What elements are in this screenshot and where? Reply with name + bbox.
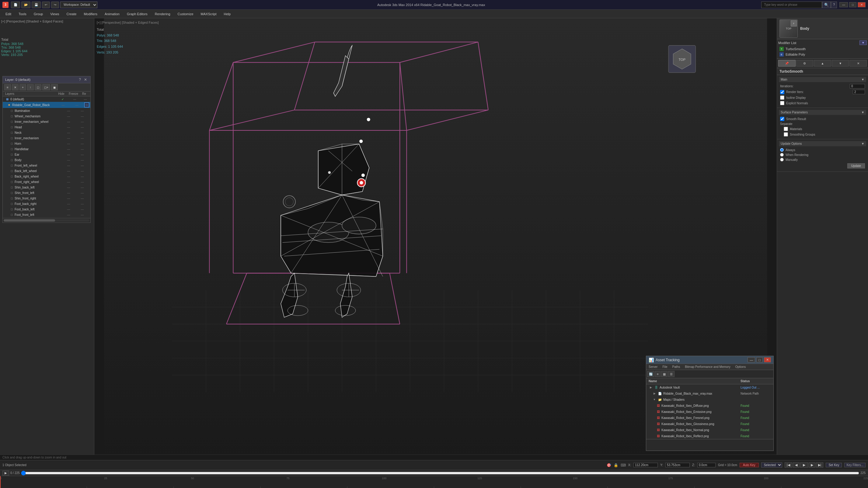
- layer-shin-front-right[interactable]: ◻ Shin_front_right — —: [3, 196, 90, 201]
- asset-panel-close-btn[interactable]: ✕: [764, 357, 771, 362]
- mod-config-btn[interactable]: ⚙: [796, 60, 813, 67]
- layer-handlebar[interactable]: ◻ Handlebar — —: [3, 146, 90, 152]
- render-iters-checkbox[interactable]: [780, 90, 784, 94]
- smoothing-groups-checkbox[interactable]: [784, 132, 788, 136]
- layer-ear[interactable]: ◻ Ear — —: [3, 152, 90, 157]
- materials-checkbox[interactable]: [784, 127, 788, 131]
- asset-toolbar-reload-btn[interactable]: 🔄: [647, 371, 654, 377]
- asset-row-ridable[interactable]: ▶ 📄 Ridable_Goat_Black_max_vray.max Netw…: [646, 390, 773, 396]
- pin-btn[interactable]: 📌: [778, 60, 796, 67]
- layer-wheel-mech[interactable]: ◻ Wheel_mechanism — —: [3, 113, 90, 119]
- set-key-btn[interactable]: Set Key: [826, 463, 842, 467]
- update-options-header[interactable]: Update Options ▼: [779, 141, 866, 146]
- menu-modifiers[interactable]: Modifiers: [81, 11, 100, 17]
- isoline-checkbox[interactable]: [780, 95, 784, 100]
- when-rendering-radio[interactable]: [780, 153, 784, 157]
- asset-toolbar-table-btn[interactable]: ☰: [668, 371, 675, 377]
- layer-shin-front-left[interactable]: ◻ Shin_front_left — —: [3, 190, 90, 196]
- asset-menu-server[interactable]: Server: [647, 364, 659, 369]
- minimize-btn[interactable]: —: [839, 2, 848, 7]
- layer-foot-back-right[interactable]: ◻ Foot_back_right — —: [3, 201, 90, 206]
- open-btn[interactable]: 📂: [21, 2, 30, 8]
- workspace-selector[interactable]: Workspace: Default: [60, 2, 97, 8]
- layer-back-right-wheel[interactable]: ◻ Back_right_wheel — —: [3, 174, 90, 179]
- layer-move-btn[interactable]: ↑: [27, 84, 34, 90]
- menu-animation[interactable]: Animation: [102, 11, 123, 17]
- mod-delete-btn[interactable]: ✕: [849, 60, 867, 67]
- layer-front-left-wheel[interactable]: ◻ Front_left_wheel — —: [3, 163, 90, 168]
- always-radio[interactable]: [780, 148, 784, 152]
- layer-head[interactable]: ◻ Head — —: [3, 124, 90, 130]
- viewport[interactable]: TOP [+] [Perspective] [Shaded + Edged Fa…: [94, 18, 777, 460]
- close-btn[interactable]: ✕: [858, 2, 866, 7]
- menu-group[interactable]: Group: [31, 11, 46, 17]
- timeline-frame-btn[interactable]: ▶: [2, 471, 9, 476]
- key-icon-btn[interactable]: ⌨: [621, 463, 626, 467]
- layer-shin-back-left[interactable]: ◻ Shin_back_left — —: [3, 185, 90, 190]
- modifier-editable-poly[interactable]: E Editable Poly: [778, 52, 867, 57]
- menu-tools[interactable]: Tools: [16, 11, 30, 17]
- new-file-btn[interactable]: 📄: [11, 2, 20, 8]
- asset-row-normal[interactable]: 🖼 Kawasaki_Robot_Ibex_Normal.png Found: [646, 427, 773, 433]
- asset-menu-paths[interactable]: Paths: [671, 364, 682, 369]
- layer-panel-close-btn[interactable]: ✕: [83, 77, 88, 82]
- menu-maxscript[interactable]: MAXScript: [198, 11, 220, 17]
- layer-delete-btn[interactable]: ✕: [12, 84, 19, 90]
- menu-rendering[interactable]: Rendering: [152, 11, 174, 17]
- nav-cube[interactable]: TOP F: [779, 20, 798, 38]
- menu-graph-editors[interactable]: Graph Editors: [124, 11, 151, 17]
- maximize-btn[interactable]: □: [849, 2, 857, 7]
- asset-row-maps[interactable]: ▼ 📁 Maps / Shaders: [646, 396, 773, 402]
- playback-play[interactable]: ▶: [800, 462, 808, 468]
- menu-customize[interactable]: Customize: [175, 11, 196, 17]
- mod-down-btn[interactable]: ▼: [832, 60, 849, 67]
- timeline-track[interactable]: 0 25 50 75 100 125 150 175 200 225: [0, 476, 868, 488]
- asset-panel-maximize-btn[interactable]: □: [756, 357, 763, 362]
- search-input[interactable]: [761, 2, 822, 8]
- layer-inner-mech[interactable]: ◻ Inner_mechanism — —: [3, 135, 90, 141]
- layer-horn[interactable]: ◻ Horn — —: [3, 141, 90, 146]
- help-btn[interactable]: ?: [831, 2, 837, 8]
- menu-views[interactable]: Views: [47, 11, 62, 17]
- layer-body[interactable]: ◻ Body — —: [3, 157, 90, 163]
- layer-back-left-wheel[interactable]: ◻ Back_left_wheel — —: [3, 168, 90, 174]
- smooth-result-checkbox[interactable]: [780, 117, 784, 121]
- menu-help[interactable]: Help: [221, 11, 234, 17]
- explicit-normals-checkbox[interactable]: [780, 101, 784, 105]
- layer-item[interactable]: ▦ 0 (default) ✓ — —: [3, 96, 90, 102]
- layer-select-btn[interactable]: ◻: [35, 84, 41, 90]
- main-section-header[interactable]: Main ▼: [779, 77, 866, 82]
- save-btn[interactable]: 💾: [32, 2, 41, 8]
- key-filters-btn[interactable]: Key Filters...: [844, 463, 866, 467]
- coord-icon-btn[interactable]: 🎯: [607, 463, 611, 467]
- timeline-slider[interactable]: [21, 472, 860, 474]
- playback-next-end[interactable]: ▶|: [816, 462, 824, 468]
- search-btn[interactable]: 🔍: [822, 2, 831, 8]
- layer-list-view-btn[interactable]: ≡: [4, 84, 11, 90]
- asset-toolbar-filter-btn[interactable]: ▦: [661, 371, 668, 377]
- x-coord-input[interactable]: [633, 463, 658, 467]
- playback-prev-end[interactable]: |◀: [785, 462, 792, 468]
- modifier-turbosmooth[interactable]: T TurboSmooth: [778, 46, 867, 52]
- asset-row-diffuse[interactable]: 🖼 Kawasaki_Robot_Ibex_Diffuse.png Found: [646, 402, 773, 409]
- auto-key-btn[interactable]: Auto Key: [740, 463, 759, 467]
- asset-row-vault[interactable]: ▶ 🗄 Autodesk Vault Logged Out ...: [646, 384, 773, 390]
- iterations-input[interactable]: [850, 84, 865, 89]
- menu-create[interactable]: Create: [63, 11, 80, 17]
- mod-up-btn[interactable]: ▲: [814, 60, 831, 67]
- layer-inner-mech-wheel[interactable]: ◻ Inner_mechanism_wheel — —: [3, 119, 90, 124]
- layer-illumination[interactable]: ◻ Illumination — —: [3, 108, 90, 113]
- layer-panel-help-btn[interactable]: ?: [78, 77, 82, 82]
- render-iters-input[interactable]: [853, 90, 865, 94]
- layer-foot-back-left[interactable]: ◻ Foot_back_left — —: [3, 206, 90, 212]
- asset-row-emissive[interactable]: 🖼 Kawasaki_Robot_Ibex_Emissive.png Found: [646, 409, 773, 415]
- layer-front-right-wheel[interactable]: ◻ Front_right_wheel — —: [3, 179, 90, 185]
- layer-scrollbar[interactable]: [4, 219, 89, 222]
- layer-ridable[interactable]: ■ Ridable_Goat_Robot_Black — — □: [3, 102, 90, 108]
- manually-radio[interactable]: [780, 158, 784, 161]
- asset-menu-options[interactable]: Options: [734, 364, 747, 369]
- key-mode-select[interactable]: Selected: [761, 462, 782, 468]
- surface-params-header[interactable]: Surface Parameters ▼: [779, 110, 866, 115]
- asset-row-glossiness[interactable]: 🖼 Kawasaki_Robot_Ibex_Glossiness.png Fou…: [646, 421, 773, 427]
- layer-panel-header[interactable]: Layer: 0 (default) ? ✕: [3, 76, 90, 83]
